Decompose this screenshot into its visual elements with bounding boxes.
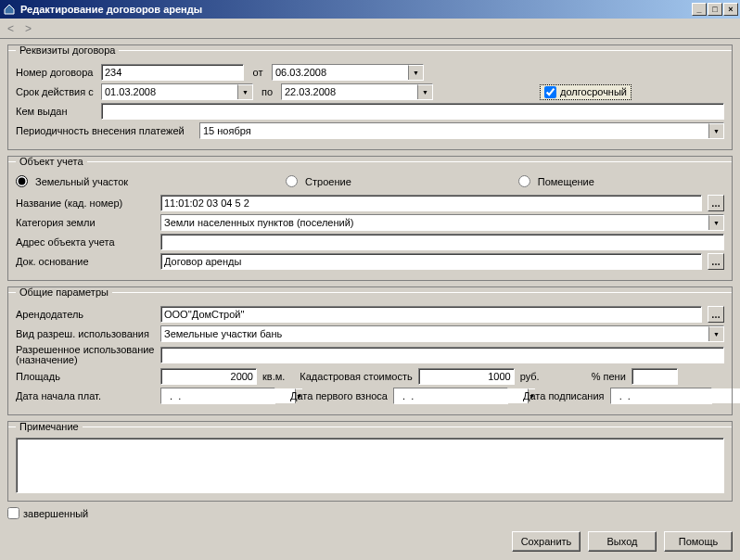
- object-address-label: Адрес объекта учета: [16, 236, 155, 248]
- period-to-input[interactable]: [282, 84, 417, 99]
- contract-date-combo[interactable]: [272, 64, 424, 81]
- object-group: Объект учета Земельный участок Строение …: [7, 156, 733, 281]
- object-address-input[interactable]: [160, 234, 724, 250]
- issued-by-label: Кем выдан: [16, 106, 96, 117]
- from-label: от: [249, 67, 266, 78]
- dropdown-icon[interactable]: [708, 326, 723, 341]
- general-group: Общие параметры Арендодатель … Вид разре…: [7, 286, 733, 415]
- payment-period-input[interactable]: [200, 123, 708, 138]
- doc-basis-browse[interactable]: …: [708, 253, 724, 270]
- cadastral-label: Кадастровая стоимость: [300, 371, 412, 382]
- longterm-label: долгосрочный: [560, 86, 627, 97]
- radio-building[interactable]: Строение: [286, 175, 351, 187]
- land-category-input[interactable]: [161, 215, 708, 230]
- contract-number-input[interactable]: [101, 64, 244, 81]
- longterm-checkbox[interactable]: [544, 86, 556, 98]
- penalty-label: % пени: [592, 371, 626, 382]
- area-label: Площадь: [16, 371, 155, 382]
- lessor-label: Арендодатель: [16, 309, 155, 320]
- permitted-use-input[interactable]: [161, 326, 708, 341]
- radio-room[interactable]: Помещение: [518, 175, 594, 187]
- sign-date-label: Дата подписания: [523, 390, 605, 401]
- doc-basis-label: Док. основание: [16, 256, 155, 267]
- doc-basis-input[interactable]: [160, 253, 702, 270]
- purpose-input[interactable]: [160, 347, 724, 363]
- completed-checkbox[interactable]: [7, 507, 19, 519]
- radio-land[interactable]: Земельный участок: [16, 175, 128, 187]
- dropdown-icon[interactable]: [237, 84, 252, 99]
- area-unit: кв.м.: [262, 371, 285, 382]
- first-pay-combo[interactable]: [393, 388, 508, 404]
- contract-date-input[interactable]: [273, 65, 408, 80]
- penalty-input[interactable]: [632, 368, 678, 385]
- longterm-checkbox-wrap[interactable]: долгосрочный: [540, 84, 632, 100]
- lessor-input[interactable]: [160, 306, 702, 323]
- purpose-label: Разрешенное использование (назначение): [16, 345, 155, 365]
- payment-period-combo[interactable]: [199, 122, 724, 139]
- dropdown-icon[interactable]: [417, 84, 432, 99]
- app-icon: [2, 2, 17, 17]
- period-from-label: Срок действия с: [16, 86, 96, 97]
- dropdown-icon[interactable]: [708, 123, 723, 138]
- lessor-browse[interactable]: …: [708, 306, 724, 323]
- dropdown-icon[interactable]: [408, 65, 423, 80]
- requisites-legend: Реквизиты договора: [16, 45, 119, 56]
- dropdown-icon[interactable]: [708, 215, 723, 230]
- pay-start-label: Дата начала плат.: [16, 390, 155, 401]
- title-bar: Редактирование договоров аренды _ □ ×: [0, 0, 740, 19]
- cadastral-input[interactable]: [418, 368, 515, 385]
- issued-by-input[interactable]: [101, 103, 724, 120]
- period-to-combo[interactable]: [281, 83, 433, 100]
- exit-button[interactable]: Выход: [588, 531, 657, 552]
- note-legend: Примечание: [16, 421, 83, 432]
- object-name-browse[interactable]: …: [708, 195, 724, 211]
- next-button[interactable]: >: [25, 22, 32, 35]
- object-name-label: Название (кад. номер): [16, 197, 155, 209]
- close-button[interactable]: ×: [723, 3, 738, 16]
- note-group: Примечание: [7, 421, 733, 502]
- first-pay-input[interactable]: [394, 388, 528, 403]
- minimize-button[interactable]: _: [692, 3, 707, 16]
- sign-date-combo[interactable]: [610, 388, 712, 404]
- completed-checkbox-wrap[interactable]: завершенный: [7, 507, 88, 519]
- note-textarea[interactable]: [16, 438, 724, 493]
- requisites-group: Реквизиты договора Номер договора от Сро…: [7, 45, 733, 150]
- completed-label: завершенный: [23, 508, 88, 519]
- prev-button[interactable]: <: [7, 22, 14, 35]
- help-button[interactable]: Помощь: [664, 531, 733, 552]
- permitted-use-label: Вид разреш. использования: [16, 328, 155, 339]
- pay-start-combo[interactable]: [160, 388, 275, 404]
- period-to-label: по: [259, 86, 275, 97]
- land-category-label: Категория земли: [16, 217, 155, 228]
- save-button[interactable]: Сохранить: [512, 531, 581, 552]
- payment-period-label: Периодичность внесения платежей: [16, 125, 194, 136]
- sign-date-input[interactable]: [611, 388, 740, 403]
- object-legend: Объект учета: [16, 156, 87, 167]
- object-name-input[interactable]: [160, 195, 702, 211]
- contract-number-label: Номер договора: [16, 67, 96, 78]
- area-input[interactable]: [160, 368, 257, 385]
- button-bar: Сохранить Выход Помощь: [0, 528, 740, 555]
- permitted-use-combo[interactable]: [160, 325, 724, 342]
- maximize-button[interactable]: □: [708, 3, 722, 16]
- pay-start-input[interactable]: [161, 388, 295, 403]
- period-from-combo[interactable]: [101, 83, 253, 100]
- nav-toolbar: < >: [0, 19, 740, 39]
- land-category-combo[interactable]: [160, 214, 724, 231]
- cadastral-unit: руб.: [520, 371, 540, 382]
- general-legend: Общие параметры: [16, 286, 112, 298]
- first-pay-label: Дата первого взноса: [290, 390, 388, 401]
- window-title: Редактирование договоров аренды: [20, 4, 692, 15]
- period-from-input[interactable]: [102, 84, 237, 99]
